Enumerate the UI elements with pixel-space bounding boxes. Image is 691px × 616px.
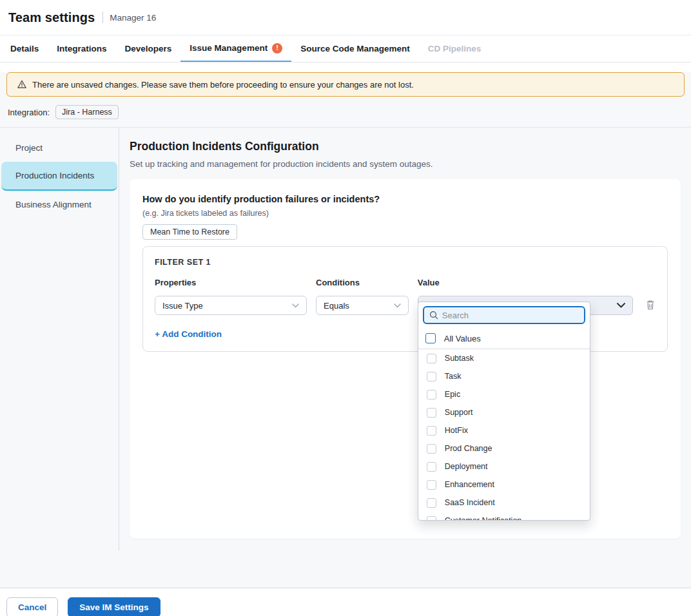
conditions-select[interactable]: Equals (316, 296, 409, 315)
value-dropdown: All Values Subtask (418, 302, 590, 521)
dropdown-option-label: Epic (445, 390, 460, 399)
value-label: Value (418, 278, 633, 287)
checkbox-icon[interactable] (427, 426, 436, 436)
checkbox-icon[interactable] (427, 462, 436, 472)
all-values-label: All Values (444, 334, 481, 343)
properties-select[interactable]: Issue Type (155, 296, 307, 315)
question-heading: How do you identify production failures … (142, 194, 668, 204)
tab-label: Issue Management (190, 43, 268, 53)
sidebar-item-label: Project (15, 143, 43, 153)
save-im-settings-button[interactable]: Save IM Settings (68, 597, 160, 616)
all-values-option[interactable]: All Values (418, 328, 590, 349)
dropdown-search (423, 306, 585, 324)
page-header: Team settings Manager 16 (0, 0, 691, 35)
tab-label: Integrations (57, 44, 106, 53)
integration-chip[interactable]: Jira - Harness (55, 105, 119, 119)
warning-icon (17, 79, 27, 90)
checkbox-icon[interactable] (425, 333, 436, 343)
banner-text: There are unsaved changes. Please save t… (32, 80, 414, 90)
tab-bar: Details Integrations Developers Issue Ma… (0, 35, 691, 63)
sidebar-item[interactable]: Project (1, 134, 117, 162)
checkbox-icon[interactable] (427, 516, 436, 521)
checkbox-icon[interactable] (427, 498, 436, 508)
dropdown-option-label: Subtask (445, 354, 474, 363)
value-column: Value Select values... (418, 278, 633, 315)
dropdown-option-label: Deployment (445, 462, 488, 471)
tab-label: Developers (125, 44, 172, 53)
dropdown-option[interactable]: Enhancement (418, 476, 590, 494)
dropdown-option[interactable]: SaaS Incident (418, 494, 590, 512)
team-name-label: Manager 16 (110, 13, 156, 23)
dropdown-option-label: Customer Notification (445, 516, 522, 521)
sidebar-item-label: Production Incidents (15, 171, 94, 180)
filter-set-panel: FILTER SET 1 Properties Issue Type (142, 246, 668, 352)
tab-label: Details (10, 44, 39, 53)
dropdown-option[interactable]: Task (418, 367, 590, 385)
chevron-down-icon (292, 303, 299, 308)
dropdown-search-wrap (418, 302, 590, 328)
conditions-label: Conditions (316, 278, 409, 287)
tab[interactable]: Details (1, 35, 48, 62)
settings-sidebar: Project Production Incidents Business Al… (0, 128, 119, 551)
tab[interactable]: CD Pipelines (419, 35, 491, 62)
dropdown-option[interactable]: Support (418, 403, 590, 421)
integration-row: Integration: Jira - Harness (0, 104, 691, 128)
chevron-down-icon (394, 303, 401, 308)
conditions-select-value: Equals (324, 301, 349, 311)
properties-column: Properties Issue Type (155, 278, 307, 315)
add-condition-link[interactable]: + Add Condition (155, 329, 222, 339)
dropdown-search-input[interactable] (442, 311, 579, 320)
title-divider (102, 12, 103, 23)
dropdown-options-list: Subtask Task (418, 349, 590, 521)
main-row: Project Production Incidents Business Al… (0, 128, 691, 551)
tab[interactable]: Source Code Management (291, 35, 419, 62)
tab[interactable]: Developers (116, 35, 181, 62)
tab[interactable]: Issue Management ! (180, 35, 291, 62)
dropdown-option[interactable]: Prod Change (418, 439, 590, 457)
checkbox-icon[interactable] (427, 354, 436, 363)
tab-label: CD Pipelines (428, 44, 482, 53)
trash-column (645, 278, 656, 315)
dropdown-option-label: Support (445, 408, 473, 417)
sidebar-item-label: Business Alignment (15, 200, 92, 209)
section-subtitle: Set up tracking and management for produ… (130, 159, 681, 169)
checkbox-icon[interactable] (427, 390, 436, 399)
configuration-card: How do you identify production failures … (130, 179, 681, 539)
dropdown-option[interactable]: Customer Notification (418, 512, 590, 521)
footer-bar: Cancel Save IM Settings (0, 588, 691, 616)
sidebar-item[interactable]: Production Incidents (1, 162, 117, 191)
metric-chip[interactable]: Mean Time to Restore (142, 224, 237, 240)
tab-label: Source Code Management (300, 44, 410, 53)
tab[interactable]: Integrations (48, 35, 115, 62)
alert-badge-icon: ! (272, 43, 282, 53)
checkbox-icon[interactable] (427, 408, 436, 418)
dropdown-option[interactable]: Subtask (418, 349, 590, 367)
content-area: Production Incidents Configuration Set u… (119, 128, 691, 551)
dropdown-option-label: Task (445, 372, 462, 381)
chevron-down-icon (617, 303, 625, 308)
conditions-column: Conditions Equals (316, 278, 409, 315)
unsaved-changes-banner: There are unsaved changes. Please save t… (6, 72, 685, 97)
section-title: Production Incidents Configuration (130, 140, 681, 153)
page-body: There are unsaved changes. Please save t… (0, 72, 691, 588)
properties-select-value: Issue Type (162, 301, 203, 311)
page-title: Team settings (8, 10, 95, 25)
filter-row: Properties Issue Type Conditions (155, 278, 656, 315)
search-icon (429, 311, 438, 320)
checkbox-icon[interactable] (427, 372, 436, 381)
question-hint: (e.g. Jira tickets labeled as failures) (142, 209, 668, 218)
filter-set-title: FILTER SET 1 (155, 258, 656, 267)
sidebar-item[interactable]: Business Alignment (1, 191, 117, 218)
dropdown-option[interactable]: Epic (418, 385, 590, 403)
properties-label: Properties (155, 278, 307, 287)
delete-filter-button[interactable] (645, 300, 656, 311)
dropdown-option[interactable]: Deployment (418, 457, 590, 476)
dropdown-option-label: SaaS Incident (445, 498, 495, 507)
cancel-button[interactable]: Cancel (6, 597, 58, 616)
dropdown-option-label: Prod Change (445, 444, 492, 453)
dropdown-option[interactable]: HotFix (418, 421, 590, 439)
integration-label: Integration: (8, 108, 50, 117)
checkbox-icon[interactable] (427, 480, 436, 490)
dropdown-option-label: Enhancement (445, 480, 494, 489)
checkbox-icon[interactable] (427, 444, 436, 454)
